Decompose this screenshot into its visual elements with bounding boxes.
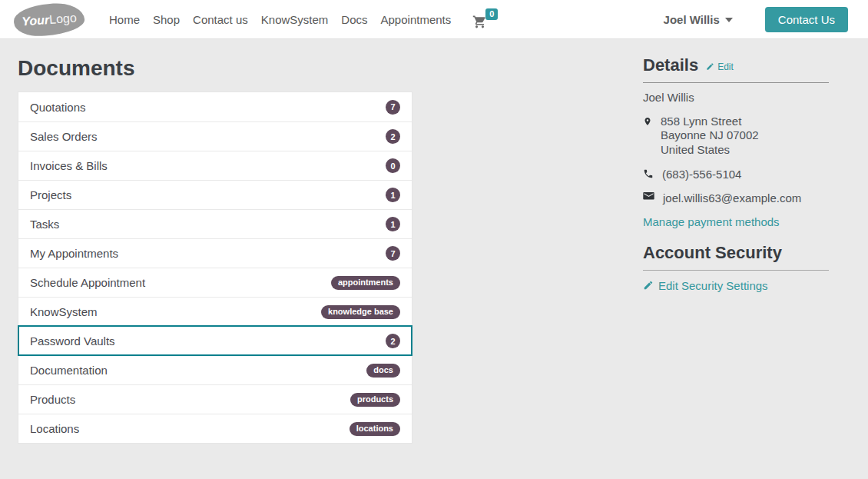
- doc-row-label: Projects: [30, 188, 71, 201]
- address-line-1: 858 Lynn Street: [661, 115, 759, 128]
- doc-row-products[interactable]: Products products: [18, 384, 412, 414]
- doc-row-sales-orders[interactable]: Sales Orders 2: [18, 121, 412, 151]
- nav-item-contact-us[interactable]: Contact us: [193, 13, 248, 26]
- logo[interactable]: YourLogo: [13, 1, 86, 37]
- address-line-2: Bayonne NJ 07002: [661, 128, 759, 142]
- doc-row-projects[interactable]: Projects 1: [18, 180, 412, 209]
- doc-count-badge: 7: [386, 246, 400, 261]
- user-name: Joel Willis: [664, 13, 720, 26]
- doc-row-label: Locations: [30, 422, 79, 435]
- doc-count-badge: 2: [386, 129, 400, 144]
- details-title: Details: [643, 55, 698, 75]
- divider: [643, 270, 829, 271]
- doc-tag-badge: appointments: [331, 276, 400, 290]
- edit-security-settings-label: Edit Security Settings: [658, 279, 768, 292]
- doc-count-badge: 1: [386, 217, 400, 231]
- cart-count-badge: 0: [485, 8, 498, 20]
- pencil-icon: [643, 280, 654, 291]
- divider: [643, 82, 829, 83]
- doc-row-schedule-appointment[interactable]: Schedule Appointment appointments: [18, 268, 412, 297]
- doc-row-label: KnowSystem: [30, 305, 98, 318]
- nav-item-docs[interactable]: Docs: [341, 13, 367, 26]
- doc-count-badge: 0: [386, 158, 400, 173]
- doc-count-badge: 7: [386, 100, 400, 115]
- doc-tag-badge: docs: [366, 364, 400, 378]
- doc-tag-badge: locations: [350, 422, 400, 436]
- doc-row-quotations[interactable]: Quotations 7: [18, 92, 412, 121]
- manage-payment-methods-link[interactable]: Manage payment methods: [643, 215, 829, 228]
- logo-text-your: Your: [22, 12, 50, 28]
- doc-row-my-appointments[interactable]: My Appointments 7: [18, 238, 412, 268]
- email-row: joel.willis63@example.com: [643, 191, 829, 205]
- nav-item-knowsystem[interactable]: KnowSystem: [261, 13, 329, 26]
- doc-row-label: Documentation: [30, 364, 108, 377]
- nav-item-home[interactable]: Home: [109, 13, 140, 26]
- doc-row-label: My Appointments: [30, 247, 118, 260]
- edit-details-link[interactable]: Edit: [706, 62, 734, 72]
- edit-security-settings-link[interactable]: Edit Security Settings: [643, 279, 768, 292]
- phone-icon: [643, 168, 654, 179]
- phone-number: (683)-556-5104: [662, 168, 741, 181]
- doc-row-label: Schedule Appointment: [30, 276, 145, 289]
- documents-list: Quotations 7 Sales Orders 2 Invoices & B…: [18, 91, 412, 444]
- top-navbar: YourLogo Home Shop Contact us KnowSystem…: [0, 0, 868, 39]
- edit-details-label: Edit: [717, 62, 734, 72]
- doc-count-badge: 2: [386, 334, 400, 348]
- nav-item-shop[interactable]: Shop: [153, 13, 180, 26]
- doc-row-label: Products: [30, 393, 75, 406]
- address-block: 858 Lynn Street Bayonne NJ 07002 United …: [643, 115, 829, 157]
- doc-tag-badge: knowledge base: [321, 305, 400, 319]
- navbar-right: Joel Willis Contact Us: [664, 7, 848, 32]
- doc-row-password-vaults[interactable]: Password Vaults 2: [18, 326, 412, 355]
- doc-tag-badge: products: [350, 393, 400, 407]
- address-line-3: United States: [661, 143, 759, 157]
- doc-count-badge: 1: [386, 188, 400, 202]
- chevron-down-icon: [725, 18, 733, 22]
- doc-row-label: Password Vaults: [30, 334, 115, 348]
- logo-text-logo: Logo: [48, 11, 77, 26]
- doc-row-label: Quotations: [30, 101, 86, 114]
- customer-name: Joel Willis: [643, 91, 829, 104]
- doc-row-locations[interactable]: Locations locations: [18, 414, 412, 443]
- doc-row-label: Invoices & Bills: [30, 159, 108, 172]
- doc-row-knowsystem[interactable]: KnowSystem knowledge base: [18, 297, 412, 326]
- main-nav: Home Shop Contact us KnowSystem Docs App…: [109, 13, 451, 26]
- phone-row: (683)-556-5104: [643, 168, 829, 181]
- contact-us-button[interactable]: Contact Us: [765, 7, 848, 32]
- doc-row-invoices-bills[interactable]: Invoices & Bills 0: [18, 151, 412, 180]
- doc-row-tasks[interactable]: Tasks 1: [18, 209, 412, 238]
- nav-item-appointments[interactable]: Appointments: [381, 13, 452, 26]
- account-security-title: Account Security: [643, 243, 829, 263]
- details-sidebar: Details Edit Joel Willis 858 Lynn Street…: [643, 55, 829, 294]
- email-address: joel.willis63@example.com: [663, 191, 801, 205]
- pencil-icon: [706, 62, 714, 71]
- user-menu[interactable]: Joel Willis: [664, 13, 733, 26]
- envelope-icon: [643, 192, 654, 201]
- cart-button[interactable]: 0: [472, 10, 498, 29]
- location-pin-icon: [643, 115, 652, 128]
- doc-row-label: Sales Orders: [30, 130, 98, 143]
- doc-row-documentation[interactable]: Documentation docs: [18, 355, 412, 384]
- doc-row-label: Tasks: [30, 218, 59, 231]
